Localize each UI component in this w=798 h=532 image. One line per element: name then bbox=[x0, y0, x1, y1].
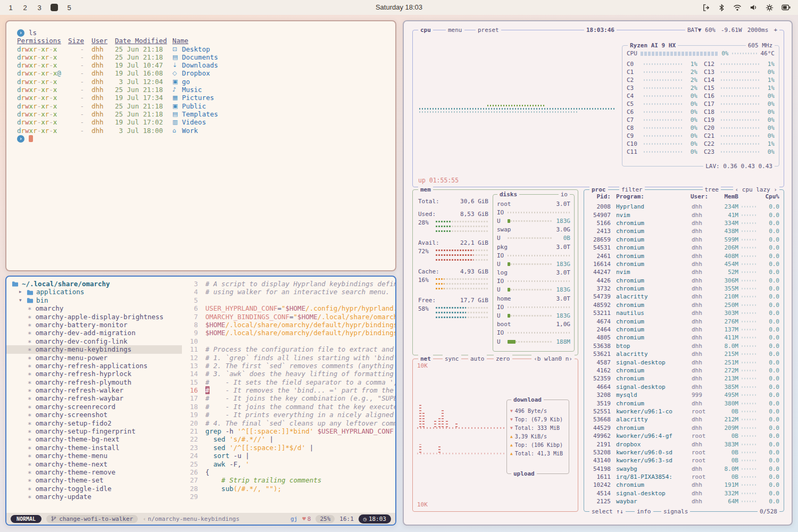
tree-dir-applications[interactable]: ▸ applications bbox=[12, 288, 182, 296]
tab-preset[interactable]: preset bbox=[476, 26, 501, 34]
process-row[interactable]: 3519 chromium dhh 380M 0.0 bbox=[588, 399, 779, 407]
tree-file-item[interactable]: ∗ omarchy-refresh-applications bbox=[12, 362, 182, 370]
proc-header-program[interactable]: Program: bbox=[611, 193, 691, 200]
tab-sync[interactable]: sync bbox=[443, 355, 461, 363]
tree-file-item[interactable]: ∗ omarchy-theme-set bbox=[12, 476, 182, 484]
hint-info[interactable]: info bbox=[635, 508, 653, 516]
process-row[interactable]: 5166 chromium dhh 334M 0.0 bbox=[588, 219, 779, 227]
hint-signals[interactable]: signals bbox=[661, 508, 690, 516]
tree-file-item[interactable]: ∗ omarchy-apple-display-brightness bbox=[12, 313, 182, 321]
process-row[interactable]: 2464 chromium dhh 137M 0.0 bbox=[588, 326, 779, 334]
tree-file-item[interactable]: ∗ omarchy-refresh-hyprlock bbox=[12, 370, 182, 378]
process-row[interactable]: 10242 chromium dhh 191M 0.0 bbox=[588, 481, 779, 489]
process-row[interactable]: 54907 nvim dhh 41M 0.0 bbox=[588, 211, 779, 219]
process-row[interactable]: 2008 Hyprland dhh 234M 0.0 bbox=[588, 203, 779, 211]
process-row[interactable]: 53211 nautilus dhh 303M 0.0 bbox=[588, 309, 779, 317]
process-row[interactable]: 54531 chromium dhh 206M 0.0 bbox=[588, 244, 779, 252]
process-pid: 53668 bbox=[588, 416, 611, 423]
wifi-icon[interactable] bbox=[733, 4, 742, 11]
process-row[interactable]: 52551 kworker/u96:1-co root 0B 0.0 bbox=[588, 408, 779, 415]
tree-file-item[interactable]: ∗ omarchy-battery-monitor bbox=[12, 321, 182, 329]
tab-io[interactable]: io bbox=[559, 190, 570, 198]
process-row[interactable]: 4587 signal-desktop dhh 251M 0.0 bbox=[588, 358, 779, 366]
tree-file-item[interactable]: ∗ omarchy-toggle-idle bbox=[12, 485, 182, 493]
tree-file-item[interactable]: ∗ omarchy-screenrecord bbox=[12, 403, 182, 411]
tree-file-item[interactable]: ∗ omarchy-refresh-plymouth bbox=[12, 378, 182, 386]
tab-disks[interactable]: disks bbox=[497, 190, 519, 198]
sort-selector[interactable]: ‹ cpu lazy › bbox=[733, 186, 779, 194]
process-row[interactable]: 4514 signal-desktop dhh 332M 0.0 bbox=[588, 489, 779, 497]
process-row[interactable]: 28659 chromium dhh 599M 0.0 bbox=[588, 236, 779, 244]
proc-header-mem[interactable]: MemB bbox=[715, 193, 738, 200]
proc-header-user[interactable]: User: bbox=[691, 193, 715, 200]
process-row[interactable]: 2461 chromium dhh 408M 0.0 bbox=[588, 252, 779, 260]
process-row[interactable]: 4426 chromium dhh 306M 0.0 bbox=[588, 277, 779, 285]
process-row[interactable]: 53668 alacritty dhh 212M 0.0 bbox=[588, 415, 779, 423]
process-row[interactable]: 4805 chromium dhh 411M 0.0 bbox=[588, 334, 779, 342]
process-row[interactable]: 2191 dropbox dhh 383M 0.0 bbox=[588, 440, 779, 448]
tree-file-item[interactable]: ∗ omarchy-theme-menu bbox=[12, 452, 182, 460]
tab-zero[interactable]: zero bbox=[494, 355, 512, 363]
tree-file-item[interactable]: ∗ omarchy-dev-add-migration bbox=[12, 329, 182, 337]
logout-icon[interactable] bbox=[702, 4, 710, 12]
process-row[interactable]: 43140 kworker/u96:3-sd root 0B 0.0 bbox=[588, 456, 779, 464]
tab-auto[interactable]: auto bbox=[468, 355, 487, 363]
tab-filter[interactable]: filter bbox=[619, 186, 645, 194]
process-row[interactable]: 4674 chromium dhh 276M 0.0 bbox=[588, 317, 779, 325]
process-row[interactable]: 49962 kworker/u96:4-gf root 0B 0.0 bbox=[588, 432, 779, 440]
process-row[interactable]: 48592 chromium dhh 250M 0.0 bbox=[588, 301, 779, 309]
tree-file-item[interactable]: ∗ omarchy-theme-bg-next bbox=[12, 435, 182, 443]
tab-net[interactable]: net bbox=[418, 355, 433, 363]
tab-mem[interactable]: mem bbox=[418, 186, 433, 194]
process-row[interactable]: 3208 mysqld 999 495M 0.0 bbox=[588, 391, 779, 399]
process-row[interactable]: 4664 signal-desktop dhh 385M 0.0 bbox=[588, 383, 779, 391]
process-row[interactable]: 4162 chromium dhh 272M 0.0 bbox=[588, 367, 779, 375]
workspace-button[interactable]: 2 bbox=[22, 4, 28, 12]
process-row[interactable]: 3732 chromium dhh 355M 0.0 bbox=[588, 285, 779, 293]
process-row[interactable]: 53208 kworker/u96:0-sd root 0B 0.0 bbox=[588, 448, 779, 456]
process-row[interactable]: 53621 alacritty dhh 215M 0.0 bbox=[588, 350, 779, 358]
hint-select[interactable]: select ↑↓ bbox=[589, 508, 626, 516]
tree-file-item[interactable]: ∗ omarchy-setup-fingerprint bbox=[12, 427, 182, 435]
battery-icon[interactable] bbox=[782, 4, 791, 11]
proc-header-pid[interactable]: Pid: bbox=[588, 193, 611, 200]
process-row[interactable]: 2125 waybar dhh 64M 0.0 bbox=[588, 497, 779, 505]
tree-root[interactable]: ~/.local/share/omarchy bbox=[12, 280, 182, 288]
workspace-button[interactable]: 1 bbox=[7, 4, 14, 12]
process-row[interactable]: 1611 irq/81-PIXA3854: root 0B 0.0 bbox=[588, 473, 779, 481]
process-row[interactable]: 54739 alacritty dhh 210M 0.0 bbox=[588, 293, 779, 301]
process-row[interactable]: 53638 btop dhh 8.0M 0.0 bbox=[588, 342, 779, 350]
settings-icon[interactable] bbox=[766, 4, 774, 12]
workspace-button[interactable]: 4 bbox=[51, 4, 58, 11]
tab-cpu[interactable]: cpu bbox=[418, 26, 433, 34]
process-row[interactable]: 52359 chromium dhh 213M 0.0 bbox=[588, 375, 779, 383]
process-row[interactable]: 2413 chromium dhh 438M 0.0 bbox=[588, 227, 779, 235]
tree-file-item[interactable]: ∗ omarchy-setup-fido2 bbox=[12, 419, 182, 427]
tree-file-item[interactable]: ∗ omarchy-theme-remove bbox=[12, 468, 182, 476]
tab-proc[interactable]: proc bbox=[589, 186, 608, 194]
tree-file-item[interactable]: ∗ omarchy-screenshot bbox=[12, 411, 182, 419]
net-device[interactable]: ‹b wlan0 n› bbox=[531, 355, 575, 363]
tree-file-item[interactable]: ∗ omarchy-theme-install bbox=[12, 444, 182, 452]
interval-plus-button[interactable]: + bbox=[774, 26, 777, 34]
process-row[interactable]: 54198 swaybg dhh 8.0M 0.0 bbox=[588, 465, 779, 473]
process-row[interactable]: 44247 nvim dhh 52M 0.0 bbox=[588, 268, 779, 276]
tree-file-item[interactable]: ∗ omarchy bbox=[12, 304, 182, 312]
tree-file-item[interactable]: ∗ omarchy-menu-keybindings bbox=[6, 345, 182, 353]
tree-dir-bin[interactable]: ▾ bin bbox=[12, 296, 182, 304]
tree-file-item[interactable]: ∗ omarchy-menu-power bbox=[12, 354, 182, 362]
process-row[interactable]: 44529 chromium dhh 209M 0.0 bbox=[588, 424, 779, 432]
tree-file-item[interactable]: ∗ omarchy-dev-config-link bbox=[12, 337, 182, 345]
tree-file-item[interactable]: ∗ omarchy-refresh-waybar bbox=[12, 394, 182, 402]
proc-header-cpu[interactable]: Cpu% bbox=[760, 193, 779, 200]
process-row[interactable]: 16614 chromium dhh 454M 0.0 bbox=[588, 260, 779, 268]
volume-icon[interactable] bbox=[750, 4, 758, 11]
tree-file-item[interactable]: ∗ omarchy-refresh-walker bbox=[12, 386, 182, 394]
workspace-button[interactable]: 3 bbox=[36, 4, 43, 12]
tree-file-item[interactable]: ∗ omarchy-theme-next bbox=[12, 460, 182, 468]
tab-menu[interactable]: menu bbox=[446, 26, 464, 34]
bluetooth-icon[interactable] bbox=[718, 4, 725, 12]
workspace-button[interactable]: 5 bbox=[66, 4, 72, 12]
tab-tree[interactable]: tree bbox=[703, 186, 721, 194]
tree-file-item[interactable]: ∗ omarchy-update bbox=[12, 493, 182, 501]
